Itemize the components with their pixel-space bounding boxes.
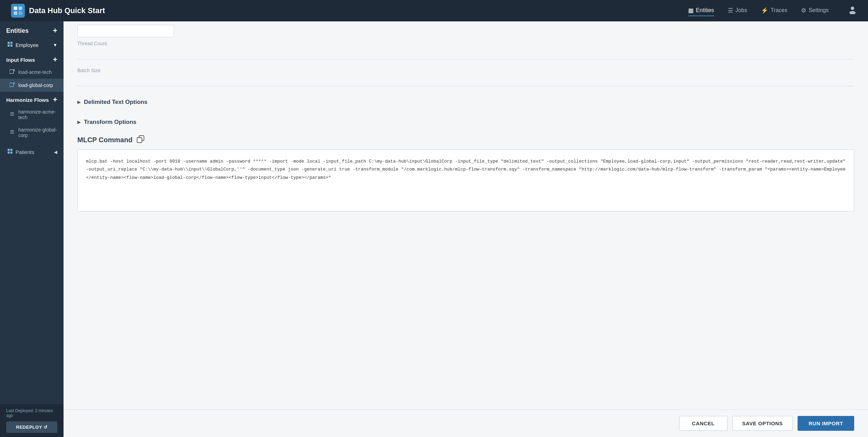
batch-size-label: Batch Size — [77, 68, 854, 73]
svg-rect-17 — [137, 138, 142, 143]
mlcp-command-header: MLCP Command — [77, 135, 854, 145]
redeploy-button[interactable]: REDEPLOY ↺ — [6, 421, 57, 433]
flow-icon-global — [10, 82, 15, 88]
svg-rect-0 — [14, 7, 17, 10]
mlcp-command-box[interactable]: mlcp.bat -host localhost -port 8010 -use… — [77, 149, 854, 212]
svg-rect-6 — [8, 42, 10, 44]
employee-entity-label: Employee — [16, 42, 39, 48]
svg-rect-11 — [10, 83, 13, 87]
svg-rect-1 — [19, 7, 22, 10]
cancel-button[interactable]: CANCEL — [679, 416, 727, 431]
patients-entity-icon — [7, 148, 13, 155]
last-deployed-text: Last Deployed: 2 minutes ago — [6, 408, 57, 418]
harmonize-flows-header: Harmonize Flows + — [0, 92, 64, 106]
patients-expand-icon: ◀ — [54, 149, 57, 155]
harmonize-flows-label: Harmonize Flows — [6, 97, 49, 103]
svg-rect-14 — [8, 152, 10, 154]
transform-options-section: ▶ Transform Options — [77, 115, 854, 128]
transform-options-toggle[interactable]: ▶ Transform Options — [77, 115, 854, 128]
transform-options-label: Transform Options — [84, 119, 136, 126]
flow-label-global: load-global-corp — [18, 82, 53, 88]
svg-rect-13 — [10, 149, 12, 151]
batch-size-field: Batch Size — [77, 68, 854, 86]
svg-rect-8 — [8, 45, 10, 47]
add-input-flow-button[interactable]: + — [53, 56, 57, 64]
svg-point-4 — [851, 7, 854, 10]
partial-input-box[interactable] — [77, 25, 174, 37]
thread-count-input[interactable] — [77, 48, 854, 56]
svg-rect-12 — [8, 149, 10, 151]
run-import-button[interactable]: RUN IMPORT — [798, 416, 854, 431]
add-entity-button[interactable]: + — [53, 27, 57, 35]
entities-section-header: Entities + — [0, 21, 64, 38]
sidebar: Entities + Employee ▼ Input Flows + — [0, 21, 64, 437]
harmonize-icon-global — [10, 129, 15, 136]
sidebar-entity-patients[interactable]: Patients ◀ — [0, 145, 64, 159]
nav-jobs[interactable]: ☰ Jobs — [728, 6, 747, 16]
add-harmonize-flow-button[interactable]: + — [53, 96, 57, 104]
user-avatar[interactable] — [848, 5, 857, 16]
app-header: Data Hub Quick Start ▦ Entities ☰ Jobs ⚡… — [0, 0, 868, 21]
svg-rect-3 — [19, 11, 22, 15]
main-nav: ▦ Entities ☰ Jobs ⚡ Traces ⚙ Settings — [688, 5, 857, 16]
sidebar-flow-harmonize-acme[interactable]: harmonize-acme-tech — [0, 106, 64, 124]
jobs-icon: ☰ — [728, 7, 733, 14]
entities-icon: ▦ — [688, 7, 694, 14]
app-title: Data Hub Quick Start — [29, 6, 105, 15]
sidebar-flow-harmonize-global[interactable]: harmonize-global-corp — [0, 124, 64, 142]
top-partial-input — [77, 25, 854, 37]
flow-icon-acme — [10, 69, 15, 75]
svg-point-5 — [849, 11, 856, 14]
harmonize-label-acme: harmonize-acme-tech — [18, 109, 57, 120]
sidebar-flow-load-global-corp[interactable]: load-global-corp — [0, 79, 64, 92]
mlcp-command-label: MLCP Command — [77, 136, 133, 144]
traces-icon: ⚡ — [761, 7, 768, 14]
employee-expand-icon: ▼ — [53, 42, 57, 48]
harmonize-label-global: harmonize-global-corp — [18, 127, 57, 138]
input-flows-header: Input Flows + — [0, 52, 64, 66]
svg-rect-9 — [10, 45, 12, 47]
app-logo: Data Hub Quick Start — [11, 4, 105, 18]
transform-arrow-icon: ▶ — [77, 120, 80, 125]
sidebar-flow-load-acme-tech[interactable]: load-acme-tech — [0, 66, 64, 79]
save-options-button[interactable]: SAVE OPTIONS — [732, 416, 793, 431]
batch-size-input[interactable] — [77, 75, 854, 83]
settings-icon: ⚙ — [801, 7, 806, 14]
action-bar: CANCEL SAVE OPTIONS RUN IMPORT — [64, 409, 868, 437]
delimited-text-section: ▶ Delimited Text Options — [77, 95, 854, 108]
nav-traces[interactable]: ⚡ Traces — [761, 6, 787, 16]
content-scroll: Thread Count Batch Size ▶ Delimited Text… — [64, 21, 868, 409]
delimited-text-toggle[interactable]: ▶ Delimited Text Options — [77, 95, 854, 108]
logo-icon — [11, 4, 25, 18]
main-layout: Entities + Employee ▼ Input Flows + — [0, 21, 868, 437]
sidebar-entity-employee[interactable]: Employee ▼ — [0, 38, 64, 52]
patients-entity-label: Patients — [16, 149, 34, 155]
thread-count-label: Thread Count — [77, 41, 854, 46]
copy-icon[interactable] — [137, 135, 144, 145]
employee-entity-icon — [7, 41, 13, 48]
input-flows-label: Input Flows — [6, 57, 35, 63]
nav-settings[interactable]: ⚙ Settings — [801, 6, 829, 16]
delimited-arrow-icon: ▶ — [77, 100, 80, 105]
sidebar-bottom: Last Deployed: 2 minutes ago REDEPLOY ↺ — [0, 404, 64, 437]
thread-count-field: Thread Count — [77, 41, 854, 59]
content-area: Thread Count Batch Size ▶ Delimited Text… — [64, 21, 868, 437]
flow-label-acme: load-acme-tech — [18, 69, 52, 75]
svg-rect-10 — [10, 70, 13, 74]
entities-label: Entities — [6, 27, 29, 35]
nav-entities[interactable]: ▦ Entities — [688, 6, 714, 16]
delimited-text-label: Delimited Text Options — [84, 99, 147, 106]
svg-rect-15 — [10, 152, 12, 154]
svg-rect-7 — [10, 42, 12, 44]
svg-rect-2 — [14, 11, 17, 15]
mlcp-command-section: MLCP Command mlcp.bat -host localhost -p… — [77, 135, 854, 212]
harmonize-icon-acme — [10, 111, 15, 118]
